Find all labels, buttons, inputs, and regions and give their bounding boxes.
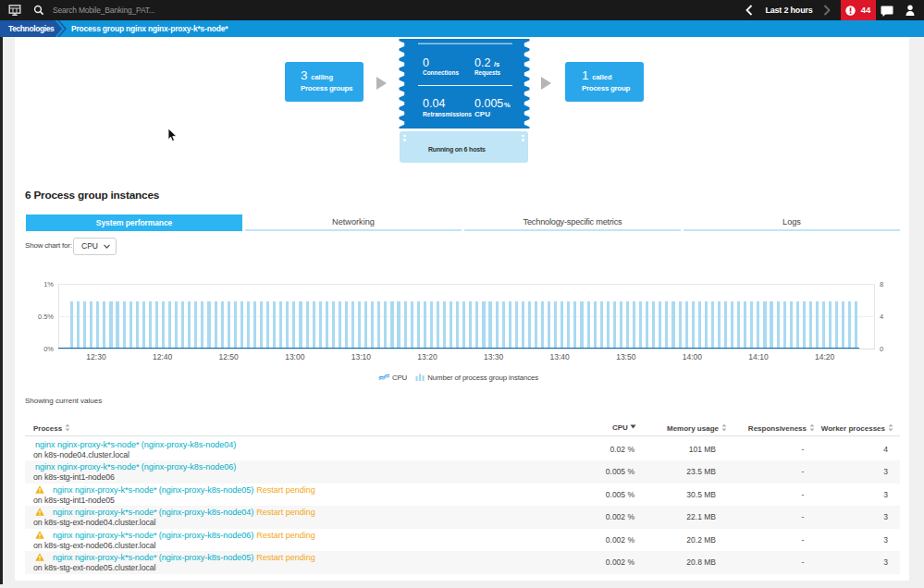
svg-text:Connections: Connections [423,68,459,77]
svg-text:0.2: 0.2 [474,56,490,69]
svg-text:0: 0 [423,56,429,69]
svg-text:Retransmissions: Retransmissions [423,110,472,118]
svg-text:0.04: 0.04 [423,97,445,110]
svg-text:CPU: CPU [474,110,490,118]
svg-text:0.005: 0.005 [474,97,503,110]
svg-text:Requests: Requests [474,68,500,77]
svg-text:/s: /s [494,60,499,68]
svg-text:%: % [504,101,511,109]
